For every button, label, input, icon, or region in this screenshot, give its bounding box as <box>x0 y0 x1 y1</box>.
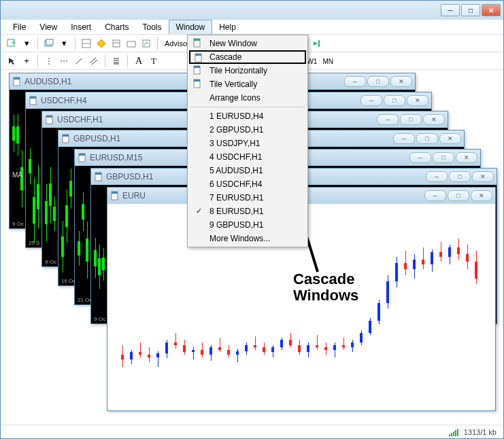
minimize-button[interactable]: ─ <box>424 190 446 201</box>
svg-rect-44 <box>63 135 69 137</box>
close-button[interactable]: ✕ <box>472 171 494 182</box>
svg-line-30 <box>76 58 82 64</box>
window-list-item[interactable]: 4 USDCHF,H1 <box>189 150 306 164</box>
window-layout-icon <box>194 53 205 64</box>
minimize-button[interactable]: ─ <box>441 4 460 16</box>
minimize-button[interactable]: ─ <box>377 114 399 125</box>
maximize-button[interactable]: □ <box>367 76 389 87</box>
crosshair-icon[interactable]: + <box>20 54 33 68</box>
svg-rect-46 <box>79 154 85 156</box>
close-button[interactable]: ✕ <box>407 95 429 106</box>
menu-view[interactable]: View <box>33 20 64 34</box>
window-list-item[interactable]: ✓8 EURUSD,H1 <box>189 205 306 218</box>
new-chart-icon[interactable]: + <box>5 37 18 50</box>
window-list-item[interactable]: 5 AUDUSD,H1 <box>189 164 306 177</box>
menu-item-tile-horizontally[interactable]: Tile Horizontally <box>189 64 306 77</box>
chart-title-text: EURUSD,M15 <box>90 153 142 162</box>
dropdown-arrow-icon[interactable]: ▾ <box>20 37 33 50</box>
minimize-button[interactable]: ─ <box>393 133 415 144</box>
chart-doc-icon <box>12 77 22 86</box>
chart-doc-icon <box>94 172 103 181</box>
maximize-button[interactable]: □ <box>449 171 471 182</box>
text-icon[interactable]: A <box>132 54 146 68</box>
window-list-item[interactable]: 9 GBPUSD,H1 <box>189 218 306 232</box>
terminal-icon[interactable] <box>124 37 138 50</box>
connection-signal-icon <box>449 428 458 436</box>
window-list-item[interactable]: 1 EURUSD,H4 <box>189 109 306 123</box>
profiles-icon[interactable] <box>42 37 56 50</box>
maximize-button[interactable]: □ <box>416 133 438 144</box>
menu-item-arrange-icons[interactable]: Arrange Icons <box>189 91 306 105</box>
menu-help[interactable]: Help <box>212 20 243 34</box>
chart-title-text: USDCHF,H1 <box>57 115 103 124</box>
fibonacci-icon[interactable] <box>110 54 123 68</box>
minimize-button[interactable]: ─ <box>426 171 448 182</box>
autoscroll-icon[interactable] <box>309 37 323 50</box>
svg-rect-40 <box>30 96 36 99</box>
svg-marker-6 <box>97 39 105 48</box>
svg-rect-9 <box>127 41 135 47</box>
menu-item-cascade[interactable]: Cascade <box>189 50 306 64</box>
maximize-button[interactable]: □ <box>448 190 469 201</box>
maximize-button[interactable]: □ <box>461 4 480 16</box>
navigator-icon[interactable] <box>95 37 108 50</box>
close-button[interactable]: ✕ <box>439 133 461 144</box>
menu-item-tile-vertically[interactable]: Tile Vertically <box>189 77 306 91</box>
window-list-item[interactable]: 7 EURUSD,H1 <box>189 191 306 205</box>
menu-item-more-windows[interactable]: More Windows... <box>189 232 306 245</box>
window-layout-icon <box>192 38 203 49</box>
data-window-icon[interactable] <box>110 37 123 50</box>
svg-marker-25 <box>314 41 318 46</box>
app-window: ─ □ ✕ FileViewInsertChartsToolsWindowHel… <box>0 0 504 439</box>
chart-doc-icon <box>61 134 71 143</box>
svg-rect-42 <box>46 116 52 118</box>
trendline-icon[interactable] <box>72 54 86 68</box>
chart-title-text: AUDUSD,H1 <box>24 77 71 86</box>
status-bars: 1313/1 kb <box>464 428 497 436</box>
window-layout-icon <box>192 65 203 76</box>
minimize-button[interactable]: ─ <box>344 76 366 87</box>
menu-item-new-window[interactable]: New Window <box>189 37 306 50</box>
close-button[interactable]: ✕ <box>456 152 477 163</box>
close-button[interactable]: ✕ <box>482 4 501 16</box>
horizontal-line-icon[interactable] <box>57 54 71 68</box>
window-list-item[interactable]: 2 GBPUSD,H1 <box>189 123 306 137</box>
strategy-tester-icon[interactable] <box>139 37 153 50</box>
svg-rect-38 <box>14 77 20 80</box>
x-axis-date-label: 9 Oc <box>94 316 105 322</box>
channel-icon[interactable] <box>87 54 101 68</box>
statusbar: 1313/1 kb <box>1 425 503 438</box>
svg-rect-10 <box>143 40 150 47</box>
checkmark-icon: ✓ <box>196 207 202 215</box>
close-button[interactable]: ✕ <box>471 190 492 201</box>
vertical-line-icon[interactable] <box>42 54 56 68</box>
maximize-button[interactable]: □ <box>400 114 422 125</box>
chart-doc-icon <box>45 115 54 124</box>
menu-file[interactable]: File <box>6 20 33 34</box>
minimize-button[interactable]: ─ <box>409 152 431 163</box>
indicator-label: MA <box>12 171 22 179</box>
maximize-button[interactable]: □ <box>433 152 454 163</box>
chart-title-text: GBPUSD,H1 <box>106 172 153 181</box>
dropdown-arrow-icon[interactable]: ▾ <box>57 37 71 50</box>
close-button[interactable]: ✕ <box>390 76 412 87</box>
menu-tools[interactable]: Tools <box>136 20 169 34</box>
window-list-item[interactable]: 3 USDJPY,H1 <box>189 137 306 150</box>
titlebar: ─ □ ✕ <box>1 1 503 20</box>
menu-charts[interactable]: Charts <box>98 20 135 34</box>
menu-window[interactable]: Window <box>169 20 213 34</box>
x-axis-date-label: 9 Oc <box>45 259 56 265</box>
window-layout-icon <box>192 79 203 90</box>
market-watch-icon[interactable] <box>80 37 93 50</box>
maximize-button[interactable]: □ <box>384 95 405 106</box>
timeframe-mn[interactable]: MN <box>320 57 336 66</box>
close-button[interactable]: ✕ <box>423 114 445 125</box>
cursor-icon[interactable] <box>5 54 18 68</box>
svg-rect-56 <box>194 66 200 68</box>
window-list-item[interactable]: 6 USDCHF,H4 <box>189 177 306 191</box>
menu-insert[interactable]: Insert <box>64 20 98 34</box>
minimize-button[interactable]: ─ <box>360 95 382 106</box>
annotation-text: Cascade Windows <box>293 271 358 304</box>
text-label-icon[interactable]: T <box>147 54 161 68</box>
svg-rect-58 <box>194 80 200 82</box>
